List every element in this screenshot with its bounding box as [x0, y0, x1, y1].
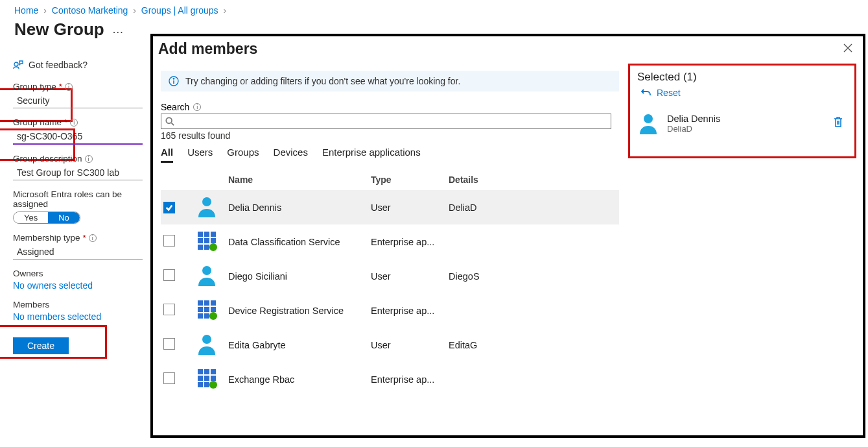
svg-rect-17: [198, 300, 203, 306]
svg-rect-29: [211, 369, 216, 374]
group-type-label: Group type: [13, 82, 56, 91]
row-details: DiegoS: [449, 271, 616, 282]
info-icon: [169, 76, 179, 86]
row-checkbox[interactable]: [163, 338, 175, 350]
feedback-label: Got feedback?: [29, 60, 88, 70]
tab-enterprise-apps[interactable]: Enterprise applications: [322, 145, 421, 163]
selected-sub: DeliaD: [667, 124, 720, 134]
svg-rect-20: [198, 307, 203, 312]
row-name: Delia Dennis: [228, 202, 371, 213]
row-type: Enterprise ap...: [371, 306, 449, 316]
breadcrumb: Home › Contoso Marketing › Groups | All …: [0, 0, 868, 18]
table-row[interactable]: Device Registration ServiceEnterprise ap…: [161, 293, 619, 328]
roles-label: Microsoft Entra roles can be assigned: [13, 189, 150, 209]
group-desc-label: Group description: [13, 154, 82, 163]
breadcrumb-groups[interactable]: Groups | All groups: [141, 5, 218, 16]
table-header: Name Type Details: [161, 169, 619, 190]
svg-rect-32: [211, 376, 216, 381]
table-row[interactable]: Data Classification ServiceEnterprise ap…: [161, 224, 619, 259]
user-icon: [196, 195, 228, 219]
info-icon[interactable]: i: [65, 83, 73, 91]
required-icon: *: [59, 82, 62, 91]
group-name-input[interactable]: [13, 129, 143, 145]
svg-rect-28: [204, 369, 209, 374]
tab-groups[interactable]: Groups: [227, 145, 259, 163]
search-input[interactable]: [178, 116, 607, 127]
tab-users[interactable]: Users: [187, 145, 213, 163]
group-desc-input[interactable]: [13, 165, 143, 180]
svg-rect-10: [198, 238, 203, 243]
svg-point-36: [644, 114, 653, 123]
row-details: DeliaD: [449, 202, 616, 213]
search-box[interactable]: [161, 114, 611, 129]
create-button[interactable]: Create: [13, 337, 69, 354]
svg-rect-23: [198, 313, 203, 319]
svg-rect-12: [211, 238, 216, 243]
undo-icon: [641, 88, 651, 98]
svg-point-6: [202, 197, 211, 206]
group-type-input[interactable]: [13, 93, 143, 108]
filter-tabs: All Users Groups Devices Enterprise appl…: [161, 145, 619, 163]
svg-rect-34: [204, 382, 209, 387]
row-name: Exchange Rbac: [228, 374, 371, 385]
feedback-link[interactable]: Got feedback?: [13, 60, 150, 70]
row-checkbox[interactable]: [163, 202, 175, 213]
svg-rect-18: [204, 300, 209, 306]
row-name: Device Registration Service: [228, 306, 371, 316]
app-icon: [196, 367, 228, 391]
toggle-yes[interactable]: Yes: [14, 212, 48, 223]
results-table[interactable]: Name Type Details Delia DennisUserDeliaD…: [161, 169, 619, 435]
required-icon: *: [64, 117, 67, 127]
table-row[interactable]: Exchange RbacEnterprise ap...: [161, 362, 619, 396]
owners-label: Owners: [13, 269, 150, 278]
chevron-right-icon: ›: [133, 5, 136, 16]
close-button[interactable]: [843, 43, 852, 55]
tab-all[interactable]: All: [161, 145, 173, 163]
table-row[interactable]: Edita GabryteUserEditaG: [161, 328, 619, 362]
row-checkbox[interactable]: [163, 304, 175, 315]
row-checkbox[interactable]: [163, 372, 175, 384]
roles-toggle[interactable]: Yes No: [13, 211, 80, 224]
svg-point-35: [209, 381, 217, 389]
row-name: Diego Siciliani: [228, 271, 371, 282]
row-checkbox[interactable]: [163, 235, 175, 247]
search-icon: [165, 117, 174, 126]
membership-input[interactable]: [13, 245, 143, 260]
svg-point-0: [14, 62, 18, 66]
selected-title: Selected (1): [637, 71, 851, 84]
table-row[interactable]: Delia DennisUserDeliaD: [161, 190, 619, 224]
col-type: Type: [371, 175, 449, 185]
svg-point-25: [209, 312, 217, 320]
svg-rect-22: [211, 307, 216, 312]
breadcrumb-home[interactable]: Home: [14, 5, 38, 16]
svg-rect-14: [204, 245, 209, 250]
more-menu-icon[interactable]: …: [112, 23, 124, 36]
owners-link[interactable]: No owners selected: [13, 280, 150, 291]
feedback-icon: [13, 60, 23, 70]
svg-line-5: [172, 123, 174, 126]
tab-devices[interactable]: Devices: [274, 145, 308, 163]
row-checkbox[interactable]: [163, 269, 175, 281]
svg-rect-11: [204, 238, 209, 243]
reset-label: Reset: [657, 88, 681, 98]
svg-rect-7: [198, 232, 203, 237]
svg-rect-24: [204, 313, 209, 319]
svg-point-15: [209, 243, 217, 251]
svg-rect-13: [198, 245, 203, 250]
reset-button[interactable]: Reset: [641, 88, 851, 98]
row-type: Enterprise ap...: [371, 237, 449, 247]
info-icon[interactable]: i: [89, 234, 97, 242]
svg-rect-9: [211, 232, 216, 237]
svg-point-16: [202, 266, 211, 275]
info-icon[interactable]: i: [85, 155, 93, 163]
toggle-no[interactable]: No: [48, 212, 80, 223]
breadcrumb-contoso[interactable]: Contoso Marketing: [52, 5, 128, 16]
remove-selected-button[interactable]: [833, 116, 843, 130]
info-icon[interactable]: i: [70, 119, 78, 127]
members-link[interactable]: No members selected: [13, 311, 150, 322]
user-icon: [196, 264, 228, 288]
row-name: Edita Gabryte: [228, 340, 371, 350]
table-row[interactable]: Diego SicilianiUserDiegoS: [161, 259, 619, 293]
info-icon[interactable]: i: [193, 103, 201, 111]
new-group-form: Got feedback? Group type * i Group name …: [0, 56, 150, 354]
